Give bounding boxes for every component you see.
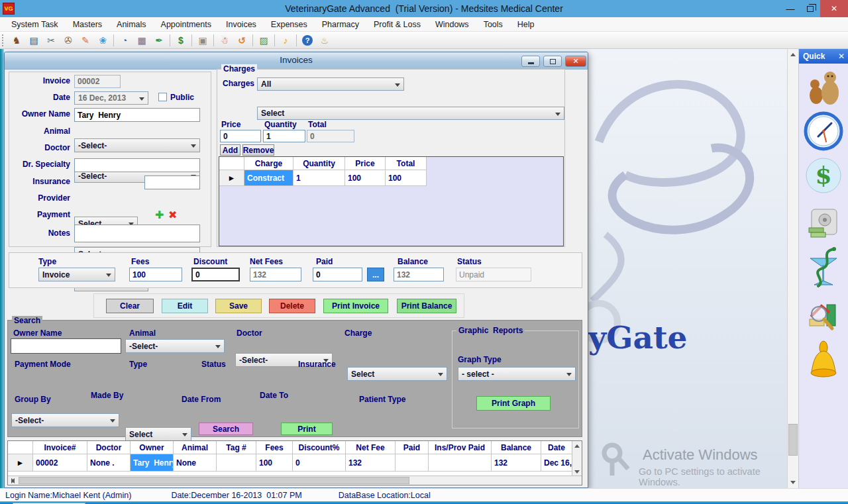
charges-grid-header-quantity[interactable]: Quantity	[293, 157, 345, 170]
results-cell-discount[interactable]: 0	[293, 454, 346, 472]
delete-payment-icon[interactable]: ✖	[168, 209, 177, 221]
menu-invoices[interactable]: Invoices	[219, 20, 264, 29]
charges-grid-header-total[interactable]: Total	[386, 157, 427, 170]
charges-cell-total[interactable]: 100	[386, 170, 427, 186]
print-balance-button[interactable]: Print Balance	[397, 299, 456, 313]
results-header-paid[interactable]: Paid	[396, 441, 429, 454]
scrollbar-thumb[interactable]	[788, 424, 798, 456]
results-header-doctor[interactable]: Doctor	[87, 441, 131, 454]
menu-appointments[interactable]: Appointments	[154, 20, 219, 29]
search-type-dropdown[interactable]: Select	[125, 427, 191, 441]
expenses-icon[interactable]: ✒	[150, 34, 168, 47]
results-header-netfee[interactable]: Net Fee	[346, 441, 396, 454]
charges-cell-charge[interactable]: Constract	[244, 170, 293, 186]
add-payment-icon[interactable]: ✚	[155, 209, 164, 221]
results-cell-fees[interactable]: 100	[256, 454, 293, 472]
bell-icon[interactable]	[807, 340, 840, 381]
public-checkbox[interactable]	[158, 93, 167, 101]
add-charge-button[interactable]: Add	[220, 144, 240, 156]
charges-cell-quantity[interactable]: 1	[293, 170, 345, 186]
price-input[interactable]: 0	[220, 130, 261, 142]
menu-profit-loss[interactable]: Profit & Loss	[366, 20, 428, 29]
discount-field[interactable]: 0	[191, 268, 240, 281]
menu-animals[interactable]: Animals	[109, 20, 153, 29]
menu-windows[interactable]: Windows	[428, 20, 476, 29]
menu-pharmacy[interactable]: Pharmacy	[315, 20, 366, 29]
pets-icon[interactable]	[805, 68, 842, 107]
specialty-input[interactable]	[74, 158, 200, 172]
safe-icon[interactable]	[806, 207, 841, 241]
results-cell-animal[interactable]: None	[174, 454, 217, 472]
menu-tools[interactable]: Tools	[476, 20, 510, 29]
appointments-clock-icon[interactable]: ◔	[116, 34, 133, 47]
print-button[interactable]: Print	[281, 423, 333, 435]
inventory-icon[interactable]: ▣	[194, 34, 211, 47]
clock-icon[interactable]	[804, 111, 843, 151]
invoices-icon[interactable]: ▦	[133, 34, 150, 47]
charge-item-dropdown[interactable]: Select	[257, 107, 564, 120]
results-row[interactable]: ► 00002 None . Tary Henry None 100 0 132…	[8, 454, 582, 472]
scroll-right-arrow[interactable]	[8, 476, 17, 485]
results-cell-doctor[interactable]: None .	[87, 454, 131, 472]
type-dropdown[interactable]: Invoice	[38, 268, 115, 281]
charge-category-dropdown[interactable]: All	[257, 77, 404, 91]
payment-mode-dropdown[interactable]: -Select-	[11, 413, 119, 427]
scroll-up-arrow[interactable]	[788, 49, 798, 60]
main-vertical-scrollbar[interactable]	[787, 49, 798, 488]
search-button[interactable]: Search	[199, 423, 253, 435]
charges-grid-header-price[interactable]: Price	[345, 157, 386, 170]
insurance-number-input[interactable]	[144, 176, 200, 189]
results-header-discount[interactable]: Discount%	[293, 441, 346, 454]
profit-loss-icon[interactable]: $	[172, 34, 189, 47]
results-header-balance[interactable]: Balance	[492, 441, 541, 454]
remove-charge-button[interactable]: Remove	[242, 144, 274, 156]
scrollbar-thumb[interactable]	[19, 477, 409, 484]
print-invoice-button[interactable]: Print Invoice	[323, 299, 388, 313]
menu-masters[interactable]: Masters	[66, 20, 109, 29]
animals-icon[interactable]: ♞	[8, 34, 25, 47]
clear-button[interactable]: Clear	[106, 299, 154, 313]
reports-icon[interactable]: ▨	[255, 34, 272, 47]
quantity-input[interactable]: 1	[263, 130, 305, 142]
minimize-button[interactable]: —	[780, 2, 800, 15]
print-graph-button[interactable]: Print Graph	[476, 396, 551, 411]
charges-grid-row[interactable]: ► Constract 1 100 100	[219, 170, 563, 186]
results-header-invoice[interactable]: Invoice#	[33, 441, 87, 454]
results-vertical-scrollbar[interactable]	[572, 441, 582, 476]
save-button[interactable]: Save	[215, 299, 262, 313]
results-cell-balance[interactable]: 132	[492, 454, 541, 472]
results-cell-tag[interactable]	[217, 454, 256, 472]
graph-search-icon[interactable]	[806, 299, 841, 334]
doctor-icon[interactable]: ❀	[94, 34, 111, 47]
results-header-owner[interactable]: Owner	[131, 441, 174, 454]
backup-icon[interactable]: ↺	[233, 34, 250, 47]
invoice-date-dropdown[interactable]: 16 Dec, 2013	[74, 91, 148, 105]
results-header-fees[interactable]: Fees	[256, 441, 293, 454]
results-header-insprov[interactable]: Ins/Prov Paid	[429, 441, 492, 454]
results-cell-date[interactable]: Dec 16, 20	[541, 454, 572, 472]
grooming-icon[interactable]: ✂	[42, 34, 60, 47]
results-cell-invoice[interactable]: 00002	[33, 454, 87, 472]
results-header-animal[interactable]: Animal	[174, 441, 217, 454]
quick-panel-close-icon[interactable]: ✕	[838, 52, 845, 61]
restore-button[interactable]	[800, 2, 820, 15]
child-restore-button[interactable]	[543, 56, 562, 67]
close-button[interactable]: ✕	[820, 0, 848, 17]
results-horizontal-scrollbar[interactable]	[8, 476, 582, 485]
animal-dropdown[interactable]: -Select-	[74, 138, 200, 152]
results-cell-paid[interactable]	[396, 454, 429, 472]
help-icon[interactable]: ?	[299, 34, 316, 47]
fees-field[interactable]: 100	[129, 268, 182, 281]
menu-expenses[interactable]: Expenses	[264, 20, 315, 29]
notes-input[interactable]	[74, 225, 200, 242]
reminder-bell-icon[interactable]: ♨	[316, 34, 333, 47]
search-owner-input[interactable]	[11, 339, 121, 353]
child-minimize-button[interactable]	[521, 56, 540, 67]
prescription-icon[interactable]: ✎	[77, 34, 94, 47]
holiday-icon[interactable]: ☃	[216, 34, 233, 47]
animal-records-icon[interactable]: ▤	[25, 34, 42, 47]
results-cell-netfee[interactable]: 132	[346, 454, 396, 472]
results-cell-owner[interactable]: Tary Henry	[131, 454, 174, 472]
charges-cell-price[interactable]: 100	[345, 170, 386, 186]
child-close-button[interactable]: ✕	[565, 56, 586, 67]
